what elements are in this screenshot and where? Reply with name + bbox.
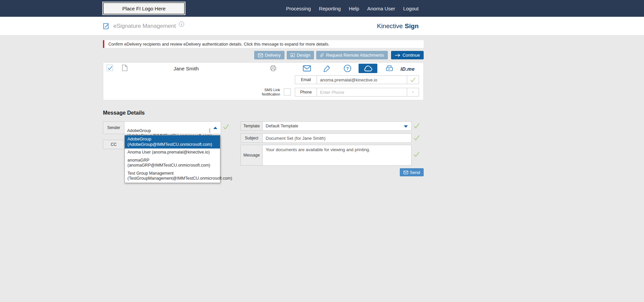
email-field-group: Email	[295, 75, 419, 84]
svg-text:?: ?	[346, 66, 349, 71]
sender-option-anomagrp[interactable]: anomaGRP (anomaGRP@IMMTestCU.onmicrosoft…	[125, 157, 220, 170]
phone-input[interactable]	[317, 88, 407, 96]
sender-option-test-group-management[interactable]: Test Group Management (TestGroupManageme…	[125, 170, 220, 183]
email-input[interactable]	[317, 76, 407, 84]
envelope-icon	[404, 171, 408, 174]
template-valid-check-icon	[413, 122, 420, 129]
sender-combobox[interactable]: AdobeGroup (AdobeGroup@IMMTestCU.onmicro…	[124, 121, 221, 134]
nav-current-user[interactable]: Anoma User	[367, 6, 395, 11]
sender-dropdown-list: AdobeGroup (AdobeGroup@IMMTestCU.onmicro…	[124, 135, 220, 183]
message-field-row: Message Your documents are available for…	[240, 145, 412, 166]
delivery-label: Delivery	[265, 53, 281, 58]
design-icon	[290, 53, 295, 57]
email-valid-cell	[407, 75, 419, 84]
recipient-checkbox[interactable]	[107, 65, 113, 71]
subject-field-row: Subject	[240, 133, 412, 143]
text-cursor	[210, 128, 210, 133]
brand-suffix: Sign	[405, 22, 419, 30]
design-label: Design	[297, 53, 310, 58]
message-textarea-wrap: Your documents are available for viewing…	[263, 145, 412, 166]
brand-logo: Kinective Sign	[377, 17, 419, 36]
request-remote-attachments-label: Request Remote Attachments	[326, 53, 384, 58]
chevron-down-icon[interactable]	[404, 125, 408, 128]
edelivery-alert-banner[interactable]: Confirm eDelivery recipients and review …	[103, 40, 424, 48]
template-label: Template	[240, 121, 263, 131]
request-remote-attachments-button[interactable]: Request Remote Attachments	[316, 51, 388, 59]
signature-pen-auth-icon[interactable]	[323, 64, 331, 72]
phone-field-group: Phone ·	[295, 88, 419, 97]
esignature-doc-icon	[103, 22, 110, 30]
page-title: eSignature Management	[113, 23, 176, 29]
cloud-auth-icon-selected[interactable]	[359, 64, 377, 73]
printer-icon[interactable]	[270, 65, 277, 72]
message-details-heading: Message Details	[103, 110, 145, 116]
template-select[interactable]: Default Template	[263, 121, 412, 131]
delivery-button[interactable]: Delivery	[254, 51, 284, 59]
nav-logout[interactable]: Logout	[403, 6, 419, 11]
continue-button[interactable]: Continue	[391, 51, 424, 59]
fi-logo-text: Place FI Logo Here	[122, 6, 165, 11]
top-nav: Processing Reporting Help Anoma User Log…	[286, 0, 419, 17]
phone-label: Phone	[295, 88, 317, 97]
subject-input-wrap	[263, 133, 412, 143]
paperclip-icon	[320, 53, 324, 57]
phone-marker: ·	[412, 89, 414, 95]
sender-option-adobegroup[interactable]: AdobeGroup (AdobeGroup@IMMTestCU.onmicro…	[125, 135, 220, 148]
sender-label: Sender	[103, 121, 124, 134]
fi-logo-placeholder[interactable]: Place FI Logo Here	[103, 2, 185, 14]
question-auth-icon[interactable]: ?	[343, 64, 352, 72]
email-auth-icon[interactable]	[303, 65, 311, 71]
message-label: Message	[240, 145, 263, 166]
message-valid-check-icon	[413, 151, 420, 158]
alert-text: Confirm eDelivery recipients and review …	[108, 42, 329, 47]
email-input-wrap	[317, 75, 407, 84]
subject-input[interactable]	[263, 134, 411, 142]
send-label: Send	[410, 170, 420, 175]
message-textarea[interactable]: Your documents are available for viewing…	[263, 145, 411, 165]
checkmark-icon	[107, 65, 113, 71]
subject-valid-check-icon	[413, 134, 420, 141]
recipient-name: Jane Smith	[153, 66, 220, 71]
action-buttons-row: Delivery Design Request Remote Attachmen…	[103, 51, 424, 59]
design-button[interactable]: Design	[287, 51, 314, 59]
phone-input-wrap	[317, 88, 407, 97]
nav-processing[interactable]: Processing	[286, 6, 311, 11]
sender-option-anoma-user[interactable]: Anoma User (anoma.premalal@kinective.io)	[125, 148, 220, 157]
sender-field-row: Sender AdobeGroup (AdobeGroup@IMMTestCU.…	[103, 121, 221, 134]
green-check-icon	[410, 77, 416, 83]
send-button[interactable]: Send	[400, 168, 424, 176]
envelope-icon	[258, 53, 263, 57]
email-label: Email	[295, 75, 317, 84]
continue-label: Continue	[402, 53, 420, 58]
top-bar: Place FI Logo Here Processing Reporting …	[0, 0, 644, 17]
template-value: Default Template	[266, 123, 298, 128]
nav-reporting[interactable]: Reporting	[319, 6, 341, 11]
chevron-up-icon[interactable]	[213, 127, 217, 129]
sender-valid-check-icon	[223, 123, 229, 130]
template-field-row: Template Default Template	[240, 121, 412, 131]
nav-help[interactable]: Help	[349, 6, 359, 11]
sms-link-notification-label: SMS Link Notification	[257, 88, 280, 96]
document-icon[interactable]	[122, 64, 127, 71]
fax-auth-icon[interactable]	[385, 64, 394, 72]
idme-auth-icon[interactable]: ID.me	[400, 66, 415, 72]
arrow-right-icon	[395, 53, 400, 57]
info-icon[interactable]: i	[179, 21, 184, 27]
brand-name: Kinective	[377, 22, 403, 30]
subject-label: Subject	[240, 133, 263, 143]
page-header: eSignature Management i Kinective Sign	[0, 17, 644, 36]
cc-label: CC	[103, 140, 124, 149]
phone-valid-cell: ·	[407, 88, 419, 97]
recipient-card: Jane Smith ? ID.me Email SMS Link Notifi…	[103, 62, 424, 100]
sms-link-notification-checkbox[interactable]	[284, 88, 291, 96]
